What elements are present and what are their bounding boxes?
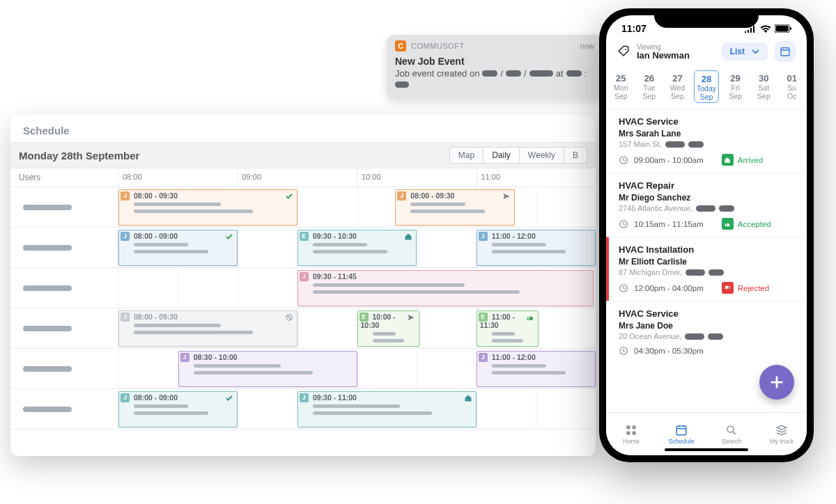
job-card[interactable]: HVAC InstallationMr Elliott Carlisle87 M… <box>606 237 807 301</box>
schedule-grid: Users 08:0009:0010:0011:00 J08:00 - 09:3… <box>10 168 596 430</box>
job-card[interactable]: HVAC ServiceMrs Jane Doe20 Ocean Avenue,… <box>606 301 807 363</box>
svg-rect-5 <box>781 48 789 56</box>
job-title: HVAC Repair <box>619 180 796 191</box>
nav-truck[interactable]: My truck <box>757 413 807 455</box>
tab-daily[interactable]: Daily <box>483 147 520 164</box>
home-indicator <box>665 448 748 451</box>
grid-icon <box>625 424 637 436</box>
user-label <box>10 389 118 429</box>
job-title: HVAC Installation <box>619 244 796 255</box>
event-time: 08:00 - 09:00 <box>134 393 178 402</box>
job-status: Accepted <box>722 218 771 230</box>
job-time: 10:15am - 11:15am <box>634 220 704 228</box>
event-card[interactable]: J11:00 - 12:00 <box>477 230 596 266</box>
home-icon <box>722 154 734 166</box>
add-job-button[interactable] <box>759 365 794 400</box>
calendar-icon <box>780 46 791 57</box>
calendar-view-button[interactable] <box>775 41 796 62</box>
event-card[interactable]: J08:00 - 09:00 <box>118 391 238 427</box>
event-type-badge: J <box>180 353 189 362</box>
check-icon <box>285 192 293 200</box>
svg-rect-11 <box>633 425 636 429</box>
home-icon <box>464 394 472 402</box>
event-card[interactable]: J08:00 - 09:00 <box>118 230 238 266</box>
event-type-badge: E <box>359 313 369 322</box>
event-card[interactable]: J09:30 - 11:45 <box>297 270 594 306</box>
tab-weekly[interactable]: Weekly <box>520 147 564 164</box>
date-strip: 25MonSep26TueSep27WedSep28TodaySep29FriS… <box>606 68 807 109</box>
event-card[interactable]: E09:30 - 10:30 <box>297 230 417 266</box>
chevron-down-icon <box>752 49 759 54</box>
check-icon <box>225 233 233 241</box>
event-type-badge: J <box>479 232 488 241</box>
thumbs-down-icon <box>722 282 734 294</box>
job-status: Arrived <box>722 154 763 166</box>
tab-biweekly[interactable]: B <box>564 147 587 164</box>
job-customer: Mr Diego Sanchez <box>619 193 796 203</box>
schedule-row: J08:00 - 09:30J08:00 - 09:30 <box>10 187 596 228</box>
hour-header: 11:00 <box>477 168 596 187</box>
thumbs-up-icon <box>722 218 734 230</box>
event-card[interactable]: E10:00 - 10:30 <box>357 310 419 347</box>
event-time: 11:00 - 12:00 <box>492 353 536 361</box>
push-notification[interactable]: C COMMUSOFT now New Job Event Job event … <box>387 35 603 97</box>
check-icon <box>225 394 233 402</box>
day-cell[interactable]: 29FriSep <box>723 70 748 103</box>
job-card[interactable]: HVAC RepairMr Diego Sanchez2746 Atlantic… <box>606 173 807 237</box>
tab-map[interactable]: Map <box>449 147 483 164</box>
current-date: Monday 28th September <box>19 150 139 162</box>
grid-header: Users 08:0009:0010:0011:00 <box>10 168 596 187</box>
search-icon <box>725 424 738 436</box>
event-time: 08:30 - 10:00 <box>194 353 238 361</box>
date-bar: Monday 28th September Map Daily Weekly B <box>10 142 596 168</box>
calendar-icon <box>675 424 688 436</box>
ban-icon <box>285 313 293 322</box>
notification-app-icon: C <box>395 40 406 52</box>
phone-status-bar: 11:07 <box>606 15 807 34</box>
event-card[interactable]: J08:30 - 10:00 <box>178 351 357 387</box>
event-card[interactable]: J09:30 - 11:00 <box>297 391 477 427</box>
signal-icon <box>744 25 757 33</box>
svg-rect-14 <box>676 426 686 435</box>
send-icon <box>407 313 415 322</box>
thumb-icon <box>526 313 534 322</box>
user-label <box>10 228 118 267</box>
user-label <box>10 268 118 308</box>
event-card[interactable]: E11:00 - 11:30 <box>477 310 539 347</box>
event-type-badge: E <box>300 232 309 241</box>
event-type-badge: J <box>121 393 130 402</box>
event-type-badge: J <box>479 353 488 362</box>
svg-rect-3 <box>790 27 791 30</box>
nav-home[interactable]: Home <box>606 413 656 455</box>
day-cell[interactable]: 25MonSep <box>609 70 633 103</box>
event-card[interactable]: J08:00 - 09:30 <box>118 189 297 226</box>
job-address: 20 Ocean Avenue, <box>619 332 796 340</box>
event-time: 08:00 - 09:30 <box>134 191 178 200</box>
phone-mock: 11:07 Viewing Ian Newman List 25MonSep26… <box>599 8 814 462</box>
clock-icon <box>619 155 628 165</box>
user-label <box>10 308 118 348</box>
schedule-row: J08:00 - 09:30E10:00 - 10:30E11:00 - 11:… <box>10 308 596 349</box>
schedule-row: J08:00 - 09:00J09:30 - 11:00 <box>10 389 596 430</box>
event-card[interactable]: J11:00 - 12:00 <box>477 351 596 387</box>
day-cell[interactable]: 01SuOc <box>780 70 804 103</box>
hour-header: 10:00 <box>357 168 477 187</box>
hour-header: 08:00 <box>118 168 238 187</box>
event-card[interactable]: J08:00 - 09:30 <box>118 310 297 347</box>
list-view-selector[interactable]: List <box>722 42 768 61</box>
job-address: 2746 Atlantic Avenue, <box>619 204 796 212</box>
day-cell[interactable]: 26TueSep <box>637 70 662 103</box>
day-cell[interactable]: 30SatSep <box>752 70 776 103</box>
viewing-name: Ian Newman <box>637 51 690 60</box>
event-card[interactable]: J08:00 - 09:30 <box>395 189 514 226</box>
job-customer: Mrs Jane Doe <box>619 321 796 331</box>
event-time: 09:30 - 11:45 <box>313 272 357 281</box>
job-status: Rejected <box>722 282 769 294</box>
job-address: 87 Michigan Drive, <box>619 268 796 276</box>
svg-rect-10 <box>626 425 630 429</box>
clock-icon <box>619 283 628 293</box>
job-card[interactable]: HVAC ServiceMrs Sarah Lane157 Main St, 0… <box>606 109 807 173</box>
day-cell[interactable]: 28TodaySep <box>694 70 720 103</box>
home-icon <box>404 233 412 241</box>
day-cell[interactable]: 27WedSep <box>665 70 690 103</box>
